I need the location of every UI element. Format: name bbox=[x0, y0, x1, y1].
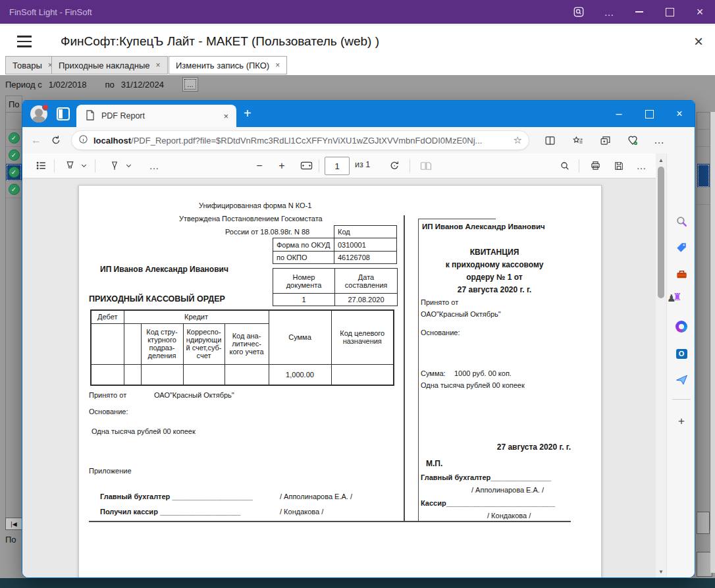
scroll-down-icon[interactable]: ▼ bbox=[656, 566, 666, 577]
games-icon[interactable]: ♟♜ bbox=[667, 291, 680, 304]
receipt-cashier-signature: / Кондакова / bbox=[487, 512, 531, 520]
outlook-icon[interactable]: O bbox=[667, 344, 695, 363]
zoom-in-icon[interactable]: + bbox=[273, 153, 291, 178]
receipt-sum-label: Сумма: bbox=[421, 369, 446, 377]
address-bar[interactable]: localhost/PDF_Report.pdf?file=$RDtdVnRmc… bbox=[71, 130, 529, 150]
document-title: ПРИХОДНЫЙ КАССОВЫЙ ОРДЕР bbox=[89, 294, 225, 304]
app-header: ФинСофт:КупецЪ Лайт - МАКЕТ (Пользовател… bbox=[0, 24, 715, 57]
divider bbox=[54, 159, 55, 173]
credit-header: Кредит bbox=[124, 310, 269, 323]
os-more-button[interactable]: … bbox=[594, 0, 624, 24]
refresh-icon[interactable] bbox=[46, 130, 66, 150]
browser-essentials-icon[interactable] bbox=[623, 130, 643, 150]
rotate-icon[interactable] bbox=[384, 153, 404, 178]
toolbox-icon[interactable] bbox=[667, 265, 695, 284]
pdf-toolbar: … − + из 1 bbox=[22, 153, 656, 178]
back-icon[interactable]: ← bbox=[26, 130, 46, 150]
grid-cell[interactable] bbox=[697, 113, 710, 130]
tab-close-icon[interactable]: × bbox=[223, 111, 228, 121]
fit-to-width-icon[interactable] bbox=[296, 153, 316, 178]
period-from-value[interactable]: 1/02/2018 bbox=[49, 80, 87, 90]
drop-icon[interactable] bbox=[667, 369, 695, 389]
highlight-icon[interactable] bbox=[61, 153, 79, 178]
favorites-icon[interactable] bbox=[568, 130, 587, 150]
screen: FinSoft Light - FinSoft … × ФинСофт:Купе… bbox=[0, 0, 715, 588]
new-tab-button[interactable]: + bbox=[244, 106, 252, 121]
os-close-button[interactable]: × bbox=[685, 0, 715, 24]
grid-row[interactable] bbox=[6, 113, 22, 130]
tab-close-icon[interactable]: × bbox=[155, 61, 160, 70]
scrollbar-thumb[interactable] bbox=[658, 167, 664, 298]
grid-cell[interactable] bbox=[697, 130, 710, 147]
search-document-icon[interactable] bbox=[556, 153, 574, 178]
os-minimize-button[interactable] bbox=[624, 0, 654, 24]
tab-izmenit-zapis-pko[interactable]: Изменить запись (ПКО) × bbox=[169, 56, 287, 74]
app-close-icon[interactable]: × bbox=[694, 34, 703, 49]
shopping-icon[interactable] bbox=[667, 238, 695, 257]
chevron-down-icon[interactable] bbox=[78, 153, 90, 178]
browser-maximize-button[interactable] bbox=[634, 101, 664, 127]
favorite-star-icon[interactable]: ☆ bbox=[514, 134, 522, 146]
document-icon bbox=[86, 110, 95, 122]
collections-icon[interactable] bbox=[595, 130, 615, 150]
workspaces-icon[interactable] bbox=[57, 107, 70, 120]
grid-row[interactable]: ✓ bbox=[6, 130, 22, 147]
pdf-more-tools-icon[interactable]: … bbox=[145, 153, 163, 178]
basis-label: Основание: bbox=[89, 408, 128, 415]
browser-window: PDF Report × + – × ← localhost/PDF_Repor… bbox=[22, 100, 695, 578]
browser-close-button[interactable]: × bbox=[664, 101, 695, 127]
page-number-input[interactable] bbox=[325, 157, 350, 175]
divider bbox=[410, 159, 410, 173]
empty-cell bbox=[91, 323, 124, 364]
browser-tab-pdf-report[interactable]: PDF Report × bbox=[76, 105, 236, 127]
receipt-title-line3: ордеру № 1 от bbox=[418, 273, 571, 282]
os-maximize-button[interactable] bbox=[654, 0, 685, 24]
grid-cell[interactable] bbox=[697, 147, 710, 164]
chevron-down-icon[interactable] bbox=[122, 153, 134, 178]
tab-prihodnye-nakladnye[interactable]: Приходные накладные × bbox=[51, 56, 168, 74]
grid-column-header: По bbox=[6, 96, 22, 113]
grid-cell[interactable] bbox=[697, 188, 710, 205]
app-right-button[interactable] bbox=[697, 512, 710, 534]
grid-cell-selected[interactable] bbox=[697, 164, 710, 188]
grid-first-record-button[interactable]: |◀ bbox=[5, 518, 22, 530]
grid-row[interactable]: ✓ bbox=[6, 181, 22, 198]
check-icon: ✓ bbox=[9, 184, 20, 195]
scroll-up-icon[interactable]: ▲ bbox=[656, 155, 666, 165]
grid-row[interactable]: ✓ bbox=[6, 147, 22, 164]
page-view-icon[interactable] bbox=[416, 153, 436, 178]
site-info-icon[interactable] bbox=[78, 134, 88, 147]
records-grid-left-sliver: По ✓ ✓ ✓ ✓ bbox=[5, 95, 22, 530]
receipt-chief-line: Главный бухгалтер_______________ bbox=[421, 473, 551, 481]
cashier-line: Получил кассир ____________________ bbox=[100, 508, 240, 516]
print-icon[interactable] bbox=[586, 153, 604, 178]
pdf-scrollbar[interactable]: ▲ ▼ bbox=[656, 153, 666, 578]
microsoft-365-icon[interactable] bbox=[667, 317, 695, 336]
hamburger-menu-icon[interactable] bbox=[17, 36, 32, 47]
tab-close-icon[interactable]: × bbox=[275, 61, 280, 70]
browser-minimize-button[interactable]: – bbox=[604, 101, 634, 127]
add-sidebar-item-icon[interactable]: + bbox=[667, 412, 695, 431]
empty-cell bbox=[124, 364, 141, 385]
browser-titlebar: PDF Report × + – × bbox=[22, 101, 695, 127]
search-icon[interactable] bbox=[667, 211, 695, 231]
zoom-out-icon[interactable]: − bbox=[250, 153, 269, 178]
draw-icon[interactable] bbox=[105, 153, 124, 178]
pdf-more-icon[interactable]: … bbox=[632, 153, 650, 178]
empty-cell bbox=[91, 364, 124, 385]
empty-cell bbox=[183, 364, 225, 385]
date-header-cell: Дата составления bbox=[335, 269, 398, 294]
grid-row-selected[interactable]: ✓ bbox=[6, 164, 22, 181]
tear-off-divider bbox=[404, 215, 405, 521]
toc-icon[interactable] bbox=[32, 153, 50, 178]
save-icon[interactable] bbox=[610, 153, 628, 178]
split-screen-icon[interactable] bbox=[540, 130, 560, 150]
period-more-button[interactable]: ... bbox=[182, 77, 198, 92]
receipt-basis-label: Основание: bbox=[421, 329, 460, 336]
window-search-icon[interactable] bbox=[564, 0, 594, 24]
period-to-value[interactable]: 31/12/2024 bbox=[121, 80, 164, 90]
date-value-cell: 27.08.2020 bbox=[335, 294, 398, 306]
form-header-line: Утверждена Постановлением Госкомстата bbox=[179, 215, 323, 223]
browser-more-icon[interactable]: … bbox=[649, 130, 669, 150]
pdf-page: Унифицированная форма N КО-1 Утверждена … bbox=[78, 185, 602, 578]
